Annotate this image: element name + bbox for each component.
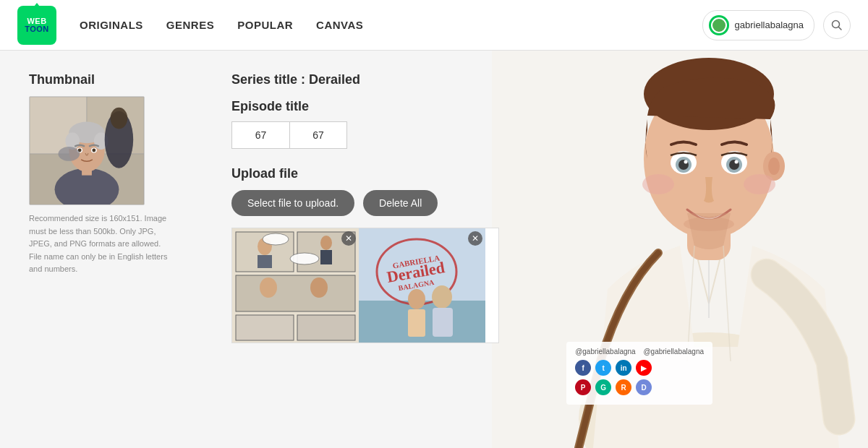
upload-buttons: Select file to upload. Delete All — [231, 190, 579, 216]
episode-number-input-1[interactable] — [231, 121, 289, 149]
logo-toon-text: TOON — [25, 25, 49, 33]
svg-rect-26 — [258, 255, 272, 268]
preview-image-2: GABRIELLA Derailed BALAGNA — [359, 228, 485, 343]
nav-originals[interactable]: ORIGINALS — [80, 19, 143, 31]
upload-label: Upload file — [231, 166, 579, 181]
webtoon-logo[interactable]: WEB TOON — [17, 6, 56, 45]
header-right: gabriellabalagna — [702, 10, 851, 40]
user-profile-button[interactable]: gabriellabalagna — [702, 10, 814, 40]
social-icon-g[interactable]: G — [595, 379, 611, 395]
episode-title-label: Episode title — [231, 99, 579, 114]
username-label: gabriellabalagna — [735, 20, 804, 30]
form-section: Series title : Derailed Episode title Up… — [231, 72, 579, 343]
social-icons-row-1: f t in ▶ — [575, 360, 704, 376]
nav-genres[interactable]: GENRES — [166, 19, 214, 31]
svg-rect-41 — [433, 308, 453, 337]
svg-line-1 — [839, 27, 842, 30]
preview-close-2[interactable]: ✕ — [468, 231, 482, 246]
svg-rect-28 — [320, 250, 332, 264]
select-file-button[interactable]: Select file to upload. — [231, 190, 354, 216]
svg-point-27 — [320, 236, 332, 250]
upload-preview-area: ✕ — [231, 228, 499, 343]
delete-all-button[interactable]: Delete All — [363, 190, 438, 216]
logo-web-text: WEB — [27, 17, 46, 25]
svg-point-40 — [432, 285, 452, 309]
search-button[interactable] — [823, 12, 851, 39]
svg-rect-24 — [297, 315, 355, 340]
social-icon-r[interactable]: R — [616, 379, 631, 395]
main-nav: ORIGINALS GENRES POPULAR CANVAS — [80, 19, 702, 31]
svg-point-31 — [263, 233, 289, 245]
svg-point-29 — [260, 277, 277, 298]
header: WEB TOON ORIGINALS GENRES POPULAR CANVAS… — [0, 0, 868, 51]
svg-point-16 — [59, 147, 80, 161]
thumbnail-label: Thumbnail — [29, 72, 203, 87]
series-title: Series title : Derailed — [231, 72, 579, 87]
main-content: Thumbnail — [0, 51, 868, 365]
preview-close-1[interactable]: ✕ — [341, 231, 356, 246]
discord-icon[interactable]: D — [636, 379, 652, 395]
svg-rect-23 — [236, 315, 294, 340]
thumbnail-section: Thumbnail — [29, 72, 203, 343]
preview-item-1: ✕ — [232, 228, 359, 343]
thumbnail-note: Recommended size is 160x151. Image must … — [29, 212, 174, 276]
svg-point-30 — [310, 277, 328, 298]
preview-comic-1 — [232, 228, 359, 343]
avatar — [709, 15, 729, 35]
svg-point-18 — [111, 108, 128, 129]
linkedin-icon[interactable]: in — [616, 360, 631, 376]
svg-rect-22 — [236, 275, 355, 311]
youtube-icon[interactable]: ▶ — [636, 360, 652, 376]
twitter-icon[interactable]: t — [595, 360, 611, 376]
search-icon — [831, 20, 843, 31]
nav-canvas[interactable]: CANVAS — [316, 19, 363, 31]
thumbnail-svg — [30, 97, 144, 204]
preview-item-2: ✕ GABRIELLA Derailed BALAGNA — [359, 228, 485, 343]
svg-point-32 — [290, 253, 319, 264]
preview-image-1 — [232, 228, 359, 343]
preview-comic-2: GABRIELLA Derailed BALAGNA — [359, 228, 485, 343]
facebook-icon[interactable]: f — [575, 360, 591, 376]
episode-inputs — [231, 121, 579, 149]
svg-point-15 — [92, 149, 95, 152]
nav-popular[interactable]: POPULAR — [237, 19, 293, 31]
social-icons-row-2: P G R D — [575, 379, 704, 395]
social-preview: @gabriellabalagna @gabriellabalagna f t … — [566, 342, 712, 405]
svg-rect-43 — [408, 309, 425, 337]
svg-point-42 — [408, 289, 425, 309]
thumbnail-image — [29, 96, 145, 205]
episode-number-input-2[interactable] — [289, 121, 347, 149]
social-username-1: @gabriellabalagna @gabriellabalagna — [575, 348, 704, 356]
logo[interactable]: WEB TOON — [17, 6, 56, 45]
avatar-inner — [711, 17, 727, 33]
pinterest-icon[interactable]: P — [575, 379, 591, 395]
